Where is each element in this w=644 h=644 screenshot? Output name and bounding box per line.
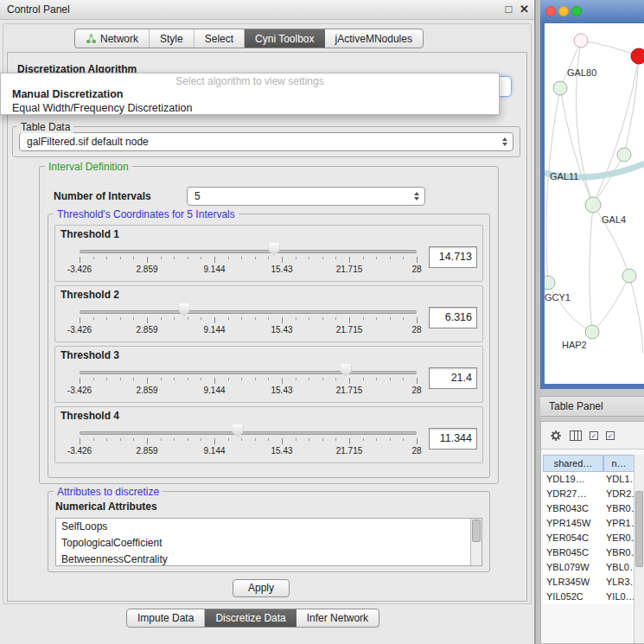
network-node[interactable] <box>585 325 599 339</box>
algorithm-placeholder: Select algorithm to view settings <box>1 75 499 87</box>
slider-thumb[interactable] <box>233 424 244 437</box>
table-panel-header: Table Panel <box>540 396 644 417</box>
scrollbar-thumb[interactable] <box>472 520 481 542</box>
menu-item-equal-width-frequency[interactable]: Equal Width/Frequency Discretization <box>1 101 499 115</box>
table-data-selected-value: galFiltered.sif default node <box>27 136 149 148</box>
network-node[interactable] <box>585 197 601 213</box>
control-panel-titlebar: Control Panel □ ✕ <box>0 0 534 20</box>
threshold-2-slider[interactable]: -3.426 2.859 9.144 15.43 21.715 28 <box>80 302 417 340</box>
tab-select[interactable]: Select <box>194 29 245 48</box>
network-canvas[interactable]: GAL80 GAL11 GAL4 GCY1 HAP2 <box>545 23 644 384</box>
bottom-tab-strip: Impute Data Discretize Data Infer Networ… <box>126 609 379 628</box>
close-traffic-light-icon[interactable] <box>545 6 556 16</box>
table-header-row: shared… n… <box>543 455 634 472</box>
threshold-1-value-field[interactable]: 14.713 <box>429 246 477 268</box>
threshold-3-panel: Threshold 3 -3.426 2.859 9.144 15.43 21.… <box>54 346 483 403</box>
network-window-frame: GAL80 GAL11 GAL4 GCY1 HAP2 <box>540 23 644 389</box>
node-label: GAL11 <box>550 171 578 182</box>
close-icon[interactable]: ✕ <box>517 2 532 17</box>
table-data-label: Table Data <box>17 121 73 133</box>
minimize-traffic-light-icon[interactable] <box>558 6 569 16</box>
list-item[interactable]: BetweennessCentrality <box>56 552 481 566</box>
network-node[interactable] <box>545 276 555 290</box>
list-item[interactable]: TopologicalCoefficient <box>56 535 481 552</box>
slider-track[interactable] <box>80 431 417 435</box>
table-row[interactable]: YLR345WYLR3… <box>543 575 634 590</box>
number-of-intervals-label: Number of Intervals <box>54 190 151 202</box>
slider-ticks <box>80 378 417 384</box>
tab-infer-network[interactable]: Infer Network <box>296 609 379 627</box>
slider-ticks <box>80 438 417 444</box>
menu-item-manual-discretization[interactable]: Manual Discretization <box>1 87 499 101</box>
selected-network-node[interactable] <box>631 48 644 64</box>
network-node[interactable] <box>617 148 631 162</box>
combo-spinner-icon <box>409 192 424 201</box>
slider-tick-labels: -3.426 2.859 9.144 15.43 21.715 28 <box>80 446 417 456</box>
attributes-group: Numerical Attributes SelfLoops Topologic… <box>48 491 490 572</box>
table-data-combo[interactable]: galFiltered.sif default node <box>19 132 513 151</box>
tab-discretize-data[interactable]: Discretize Data <box>205 609 296 627</box>
scrollbar-thumb[interactable] <box>635 491 643 567</box>
table-row[interactable]: YIL052CYIL0… <box>543 590 634 604</box>
threshold-2-value-field[interactable]: 6.316 <box>429 307 477 328</box>
list-scrollbar[interactable] <box>470 519 481 565</box>
list-item[interactable]: SelfLoops <box>56 519 481 535</box>
tab-style[interactable]: Style <box>150 29 194 48</box>
control-panel-window: Control Panel □ ✕ Network Style Select C… <box>0 0 536 644</box>
threshold-2-panel: Threshold 2 -3.426 2.859 9.144 15.43 21.… <box>54 285 483 342</box>
slider-thumb[interactable] <box>269 243 280 256</box>
apply-button[interactable]: Apply <box>233 579 290 597</box>
table-row[interactable]: YER054CYER0… <box>543 531 634 545</box>
table-row[interactable]: YDR27…YDR2… <box>543 487 634 501</box>
tab-network-label: Network <box>100 33 138 45</box>
thresholds-group-title: Threshold's Coordinates for 5 Intervals <box>54 208 239 220</box>
zoom-traffic-light-icon[interactable] <box>571 6 582 16</box>
slider-tick-labels: -3.426 2.859 9.144 15.43 21.715 28 <box>80 265 417 275</box>
table-row[interactable]: YBR045CYBR0… <box>543 545 634 560</box>
select-columns-icon[interactable] <box>570 430 582 441</box>
table-scrollbar[interactable] <box>634 455 644 643</box>
network-graph[interactable]: GAL80 GAL11 GAL4 GCY1 HAP2 <box>545 23 644 384</box>
slider-track[interactable] <box>80 310 417 314</box>
threshold-4-slider[interactable]: -3.426 2.859 9.144 15.43 21.715 28 <box>80 423 417 461</box>
threshold-4-value-field[interactable]: 11.344 <box>429 428 477 450</box>
slider-track[interactable] <box>80 371 417 374</box>
network-node[interactable] <box>622 269 636 283</box>
column-header-name[interactable]: n… <box>603 455 634 472</box>
tab-network[interactable]: Network <box>75 29 150 48</box>
tab-jactivemnodules[interactable]: jActiveMNodules <box>325 29 423 48</box>
checkbox-icon[interactable]: ✓ <box>606 431 615 440</box>
column-header-shared-name[interactable]: shared… <box>543 455 603 472</box>
threshold-4-label: Threshold 4 <box>61 410 477 422</box>
table-row[interactable]: YBR043CYBR0… <box>543 501 634 516</box>
threshold-3-value-field[interactable]: 21.4 <box>429 367 477 389</box>
slider-thumb[interactable] <box>178 303 189 316</box>
node-label: GCY1 <box>545 292 571 303</box>
tab-impute-data[interactable]: Impute Data <box>127 609 205 627</box>
thresholds-group: Threshold 1 -3.426 2.859 9.144 15.43 21.… <box>48 214 490 478</box>
slider-thumb[interactable] <box>341 364 352 377</box>
interval-definition-title: Interval Definition <box>45 161 132 173</box>
slider-track[interactable] <box>80 250 417 253</box>
threshold-2-label: Threshold 2 <box>61 289 477 301</box>
tab-cyni-toolbox[interactable]: Cyni Toolbox <box>245 29 324 48</box>
table-body: YDL19…YDL1… YDR27…YDR2… YBR043CYBR0… YPR… <box>543 472 634 604</box>
threshold-3-slider[interactable]: -3.426 2.859 9.144 15.43 21.715 28 <box>80 362 417 400</box>
network-view-window: GAL80 GAL11 GAL4 GCY1 HAP2 <box>540 0 644 389</box>
network-node[interactable] <box>574 34 588 48</box>
number-of-intervals-value: 5 <box>194 190 201 202</box>
threshold-4-panel: Threshold 4 -3.426 2.859 9.144 15.43 21.… <box>54 406 483 463</box>
network-window-titlebar <box>540 0 644 23</box>
gear-icon[interactable] <box>550 430 562 442</box>
number-of-intervals-combo[interactable]: 5 <box>187 187 425 206</box>
threshold-1-slider[interactable]: -3.426 2.859 9.144 15.43 21.715 28 <box>80 241 417 279</box>
table-row[interactable]: YBL079WYBL0… <box>543 560 634 575</box>
table-row[interactable]: YPR145WYPR1… <box>543 516 634 531</box>
float-window-icon[interactable]: □ <box>501 2 516 17</box>
network-node[interactable] <box>553 81 567 95</box>
checkbox-icon[interactable]: ✓ <box>590 431 598 440</box>
table-panel-title: Table Panel <box>549 400 603 412</box>
numerical-attributes-list: SelfLoops TopologicalCoefficient Between… <box>55 518 482 566</box>
network-icon <box>86 33 97 44</box>
table-row[interactable]: YDL19…YDL1… <box>543 472 634 487</box>
